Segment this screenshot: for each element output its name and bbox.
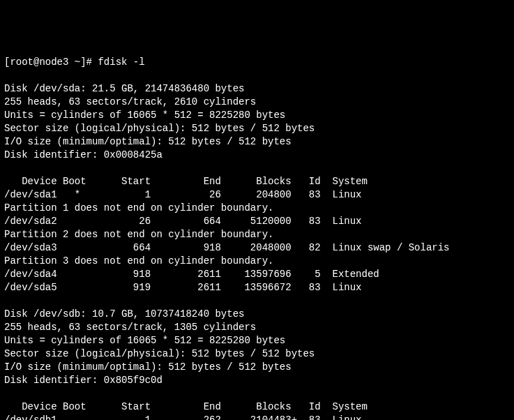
disk-sdb-io-size: I/O size (minimum/optimal): 512 bytes / …: [4, 361, 292, 373]
disk-sdb-geometry: 255 heads, 63 sectors/track, 1305 cylind…: [4, 322, 256, 333]
disk-sdb-header: Disk /dev/sdb: 10.7 GB, 10737418240 byte…: [4, 308, 244, 320]
disk-sdb-identifier: Disk identifier: 0x805f9c0d: [4, 375, 162, 386]
partition-table-header: Device Boot Start End Blocks Id System: [4, 176, 368, 187]
partition-warning: Partition 3 does not end on cylinder bou…: [4, 255, 273, 267]
partition-row-sda3: /dev/sda3 664 918 2048000 82 Linux swap …: [4, 242, 450, 253]
partition-table-header: Device Boot Start End Blocks Id System: [4, 401, 368, 412]
terminal-output: [root@node3 ~]# fdisk -l Disk /dev/sda: …: [4, 56, 510, 420]
typed-command: fdisk -l: [98, 57, 144, 68]
partition-row-sdb1: /dev/sdb1 1 262 2104483+ 83 Linux: [4, 414, 361, 420]
disk-sda-header: Disk /dev/sda: 21.5 GB, 21474836480 byte…: [4, 83, 244, 94]
disk-sda-sector-size: Sector size (logical/physical): 512 byte…: [4, 123, 315, 134]
partition-warning: Partition 2 does not end on cylinder bou…: [4, 229, 273, 240]
disk-sdb-units: Units = cylinders of 16065 * 512 = 82252…: [4, 335, 285, 346]
partition-warning: Partition 1 does not end on cylinder bou…: [4, 202, 273, 213]
disk-sda-identifier: Disk identifier: 0x0008425a: [4, 149, 162, 160]
partition-row-sda4: /dev/sda4 918 2611 13597696 5 Extended: [4, 269, 379, 280]
shell-prompt: [root@node3 ~]#: [4, 57, 98, 68]
disk-sda-io-size: I/O size (minimum/optimal): 512 bytes / …: [4, 136, 292, 147]
partition-row-sda5: /dev/sda5 919 2611 13596672 83 Linux: [4, 282, 361, 293]
partition-row-sda1: /dev/sda1 * 1 26 204800 83 Linux: [4, 189, 361, 200]
disk-sda-units: Units = cylinders of 16065 * 512 = 82252…: [4, 110, 285, 121]
disk-sdb-sector-size: Sector size (logical/physical): 512 byte…: [4, 348, 315, 359]
disk-sda-geometry: 255 heads, 63 sectors/track, 2610 cylind…: [4, 96, 256, 107]
partition-row-sda2: /dev/sda2 26 664 5120000 83 Linux: [4, 216, 361, 227]
